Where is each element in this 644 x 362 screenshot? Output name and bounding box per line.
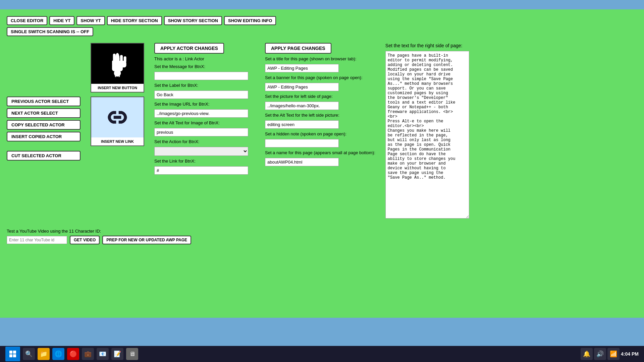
page-picture-label: Set the picture for left side of page:	[265, 94, 375, 99]
page-alt-label: Set the Alt Text for the left side pictu…	[265, 113, 375, 118]
top-buttons-row: CLOSE EDITOR HIDE YT SHOW YT HIDE STORY …	[7, 16, 637, 25]
right-panel-textarea[interactable]: The pages have a built-in editor to perm…	[385, 51, 469, 219]
link-label: Set the Link for BtnX:	[154, 159, 255, 164]
network-icon[interactable]: 📶	[607, 348, 620, 360]
page-name-input[interactable]	[265, 158, 339, 166]
taskbar-icon-5[interactable]: 📧	[97, 348, 109, 360]
action-label: Set the Action for BtnX:	[154, 139, 255, 144]
page-form: APPLY PAGE CHANGES Set a title for this …	[265, 43, 375, 166]
get-video-button[interactable]: GET VIDEO	[70, 236, 100, 244]
page-alt-input[interactable]	[265, 120, 339, 129]
top-bar	[0, 0, 644, 9]
taskbar-right: 🔔 🔊 📶 4:04 PM	[581, 348, 639, 360]
youtube-id-input[interactable]	[7, 236, 67, 244]
actor-form: APPLY ACTOR CHANGES This actor is a : Li…	[154, 43, 255, 175]
page-banner-label: Set a banner for this page (spoken on pa…	[265, 75, 375, 80]
show-yt-button[interactable]: SHOW YT	[76, 16, 105, 25]
right-text-panel: Set the text for the right side of page:…	[385, 43, 473, 219]
taskbar-icon-3[interactable]: 🔴	[67, 348, 79, 360]
svg-rect-18	[13, 351, 16, 354]
link-input[interactable]	[154, 166, 248, 175]
insert-link-card[interactable]: INSERT NEW LINK	[91, 97, 144, 146]
volume-icon[interactable]: 🔊	[594, 348, 606, 360]
prep-button[interactable]: PREP FOR NEW OR UPDATED AWP PAGE	[102, 236, 191, 244]
svg-rect-19	[9, 354, 12, 357]
insert-button-card[interactable]: INSERT NEW BUTTON	[91, 43, 144, 93]
taskbar-left: 🔍 📁 🌐 🔴 💼 📧 📝 🖥	[5, 347, 138, 361]
main-area: CLOSE EDITOR HIDE YT SHOW YT HIDE STORY …	[0, 9, 644, 318]
svg-rect-16	[114, 116, 121, 119]
taskbar: 🔍 📁 🌐 🔴 💼 📧 📝 🖥 🔔 🔊 📶 4:04 PM	[0, 346, 644, 362]
left-panel: PREVIOUS ACTOR SELECT NEXT ACTOR SELECT …	[7, 43, 80, 161]
message-input[interactable]	[154, 72, 248, 80]
insert-copied-button[interactable]: INSERT COPIED ACTOR	[7, 132, 80, 141]
btn-label-label: Set the Label for BtnX:	[154, 83, 255, 88]
hide-yt-button[interactable]: HIDE YT	[49, 16, 74, 25]
alt-text-input[interactable]	[154, 128, 248, 136]
bottom-area: Test a YouTube Video using the 11 Charac…	[7, 229, 637, 244]
link-icon-area	[91, 97, 144, 137]
svg-rect-17	[9, 351, 12, 354]
page-title-label: Set a title for this page (shown on brow…	[265, 56, 375, 61]
show-editing-info-button[interactable]: SHOW EDITING INFO	[224, 16, 276, 25]
image-url-input[interactable]	[154, 109, 248, 118]
search-taskbar-icon[interactable]: 🔍	[23, 348, 35, 360]
svg-rect-20	[13, 354, 16, 357]
taskbar-icon-2[interactable]: 🌐	[52, 348, 64, 360]
bottom-row: GET VIDEO PREP FOR NEW OR UPDATED AWP PA…	[7, 236, 637, 244]
action-select[interactable]	[154, 147, 248, 156]
cut-actor-button[interactable]: CUT SELECTED ACTOR	[7, 151, 80, 161]
page-note-input[interactable]	[265, 139, 339, 147]
hand-icon	[91, 44, 144, 84]
system-time: 4:04 PM	[621, 351, 639, 357]
page-title-input[interactable]	[265, 64, 339, 72]
show-story-button[interactable]: SHOW STORY SECTION	[164, 16, 222, 25]
start-button[interactable]	[5, 347, 20, 361]
youtube-label: Test a YouTube Video using the 11 Charac…	[7, 229, 101, 234]
page-picture-input[interactable]	[265, 102, 339, 110]
actor-buttons: PREVIOUS ACTOR SELECT NEXT ACTOR SELECT …	[7, 97, 80, 161]
taskbar-icon-6[interactable]: 📝	[111, 348, 123, 360]
svg-point-15	[115, 73, 119, 77]
page-name-label: Set a name for this page (appears small …	[265, 150, 375, 155]
single-switch-button[interactable]: SINGLE SWITCH SCANNING IS -- OFF	[7, 27, 93, 36]
close-editor-button[interactable]: CLOSE EDITOR	[7, 16, 47, 25]
second-row: SINGLE SWITCH SCANNING IS -- OFF	[7, 27, 637, 36]
taskbar-icon-1[interactable]: 📁	[38, 348, 50, 360]
image-url-label: Set the Image URL for BtnX:	[154, 102, 255, 107]
insert-panel: INSERT NEW BUTTON INSERT NEW LINK	[91, 43, 144, 146]
page-banner-input[interactable]	[265, 83, 339, 91]
previous-actor-button[interactable]: PREVIOUS ACTOR SELECT	[7, 97, 80, 106]
right-panel-label: Set the text for the right side of page:	[385, 43, 473, 48]
apply-page-button[interactable]: APPLY PAGE CHANGES	[265, 43, 331, 54]
copy-actor-button[interactable]: COPY SELECTED ACTOR	[7, 120, 80, 130]
insert-link-label: INSERT NEW LINK	[99, 137, 136, 145]
apply-actor-button[interactable]: APPLY ACTOR CHANGES	[154, 43, 224, 54]
actor-type-label: This actor is a : Link Actor	[154, 56, 255, 61]
content-area: PREVIOUS ACTOR SELECT NEXT ACTOR SELECT …	[7, 43, 637, 219]
insert-button-label: INSERT NEW BUTTON	[96, 84, 139, 92]
alt-text-label: Set the Alt Text for Image of BtnX:	[154, 120, 255, 125]
taskbar-icon-7[interactable]: 🖥	[126, 348, 138, 360]
btn-label-input[interactable]	[154, 90, 248, 99]
hide-story-button[interactable]: HIDE STORY SECTION	[107, 16, 162, 25]
notification-icon[interactable]: 🔔	[581, 348, 593, 360]
next-actor-button[interactable]: NEXT ACTOR SELECT	[7, 108, 80, 118]
taskbar-icon-4[interactable]: 💼	[82, 348, 94, 360]
page-note-label: Set a hidden note (spoken on page open):	[265, 131, 375, 136]
svg-rect-12	[113, 61, 126, 67]
message-label: Set the Message for BtnX:	[154, 64, 255, 69]
